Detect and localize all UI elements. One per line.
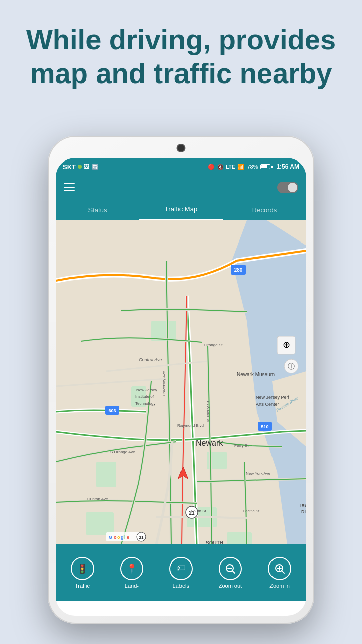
map-svg: 280 510 603 21 ⊕: [56, 220, 306, 544]
tab-bar: Status Traffic Map Records: [56, 199, 306, 220]
svg-text:Institute of: Institute of: [135, 394, 154, 399]
landmark-icon: 📍: [120, 557, 143, 580]
image-icon: 🖼: [84, 164, 89, 170]
svg-text:e: e: [127, 535, 129, 540]
landmark-label: Land-: [125, 583, 139, 589]
tab-records[interactable]: Records: [223, 199, 306, 220]
hamburger-menu[interactable]: [64, 183, 75, 191]
svg-text:g: g: [121, 535, 124, 540]
labels-label: Labels: [173, 583, 189, 589]
svg-text:Technology: Technology: [135, 401, 155, 406]
svg-text:280: 280: [234, 267, 243, 273]
signal-icon: 📶: [237, 164, 244, 170]
svg-text:University Ave: University Ave: [162, 371, 166, 396]
zoom-in-label: Zoom in: [269, 583, 290, 589]
svg-text:New Jersey: New Jersey: [136, 388, 157, 392]
svg-text:l: l: [124, 535, 126, 540]
nav-labels[interactable]: 🏷 Labels: [169, 557, 193, 589]
svg-line-57: [232, 571, 235, 573]
svg-text:⊕: ⊕: [283, 340, 290, 350]
mute-icon: 🔇: [217, 164, 223, 170]
bluetooth-icon: 🔴: [208, 164, 215, 170]
svg-text:Ferry St: Ferry St: [234, 443, 249, 448]
traffic-icon: 🚦: [71, 557, 94, 580]
svg-text:o: o: [117, 535, 120, 540]
svg-text:Newark Museum: Newark Museum: [237, 372, 275, 377]
svg-text:Orange St: Orange St: [204, 343, 223, 347]
svg-line-61: [282, 571, 284, 573]
svg-text:IRONBOUND: IRONBOUND: [300, 503, 306, 508]
svg-text:ⓘ: ⓘ: [288, 362, 295, 370]
svg-text:Pacific St: Pacific St: [243, 509, 260, 513]
nav-traffic[interactable]: 🚦 Traffic: [71, 557, 94, 589]
tab-traffic-map[interactable]: Traffic Map: [139, 199, 223, 220]
svg-text:S Orange Ave: S Orange Ave: [110, 450, 135, 454]
svg-text:510: 510: [261, 424, 268, 429]
svg-rect-7: [86, 512, 114, 535]
zoom-out-icon: [219, 557, 242, 580]
svg-text:SOUTH: SOUTH: [206, 540, 223, 544]
svg-text:New York Ave: New York Ave: [246, 471, 271, 476]
svg-text:21: 21: [139, 535, 144, 540]
lte-label: LTE: [226, 164, 235, 170]
svg-text:DISTRICT: DISTRICT: [301, 509, 306, 514]
carrier-dot: [78, 165, 82, 169]
bottom-nav: 🚦 Traffic 📍 Land- 🏷 Labels: [56, 544, 306, 601]
svg-text:o: o: [114, 535, 117, 540]
zoom-in-icon: [268, 557, 291, 580]
svg-text:Mulberry St: Mulberry St: [206, 400, 210, 422]
nav-zoom-in[interactable]: Zoom in: [268, 557, 291, 589]
svg-rect-3: [96, 462, 116, 487]
status-bar: SKT 🖼 🔄 🔴 🔇 LTE 📶 78%: [56, 158, 306, 175]
status-right: 🔴 🔇 LTE 📶 78% 1:56 AM: [208, 163, 299, 170]
app-header: [56, 175, 306, 199]
svg-rect-2: [227, 532, 252, 544]
battery-percent: 78%: [247, 164, 258, 170]
sync-icon: 🔄: [92, 164, 99, 170]
camera: [178, 145, 185, 151]
map-area: 280 510 603 21 ⊕: [56, 220, 306, 544]
time-label: 1:56 AM: [276, 163, 299, 170]
svg-text:Raymond Blvd: Raymond Blvd: [177, 423, 204, 428]
svg-text:G: G: [109, 535, 112, 540]
battery-icon: [260, 164, 273, 169]
svg-text:Arts Center: Arts Center: [256, 401, 279, 407]
svg-text:603: 603: [108, 408, 116, 413]
toggle-switch[interactable]: [277, 182, 298, 193]
traffic-label: Traffic: [75, 583, 90, 589]
svg-text:Clinton Ave: Clinton Ave: [87, 497, 108, 501]
zoom-out-label: Zoom out: [219, 583, 242, 589]
svg-text:New Jersey Perf: New Jersey Perf: [256, 395, 290, 400]
labels-icon: 🏷: [169, 557, 193, 580]
svg-text:Central Ave: Central Ave: [139, 357, 162, 362]
nav-zoom-out[interactable]: Zoom out: [219, 557, 242, 589]
header-line1: While driving, provides: [20, 23, 342, 56]
carrier-label: SKT: [63, 163, 76, 171]
header-line2: map and traffic nearby: [20, 56, 342, 90]
tab-status[interactable]: Status: [56, 199, 139, 220]
phone-screen: SKT 🖼 🔄 🔴 🔇 LTE 📶 78%: [56, 158, 306, 616]
nav-landmark[interactable]: 📍 Land-: [120, 557, 143, 589]
svg-text:Newark: Newark: [196, 439, 223, 447]
page-header: While driving, provides map and traffic …: [0, 0, 362, 103]
status-left: SKT 🖼 🔄: [63, 163, 99, 171]
phone-frame: SKT 🖼 🔄 🔴 🔇 LTE 📶 78%: [48, 136, 314, 624]
svg-text:South St: South St: [191, 509, 206, 513]
